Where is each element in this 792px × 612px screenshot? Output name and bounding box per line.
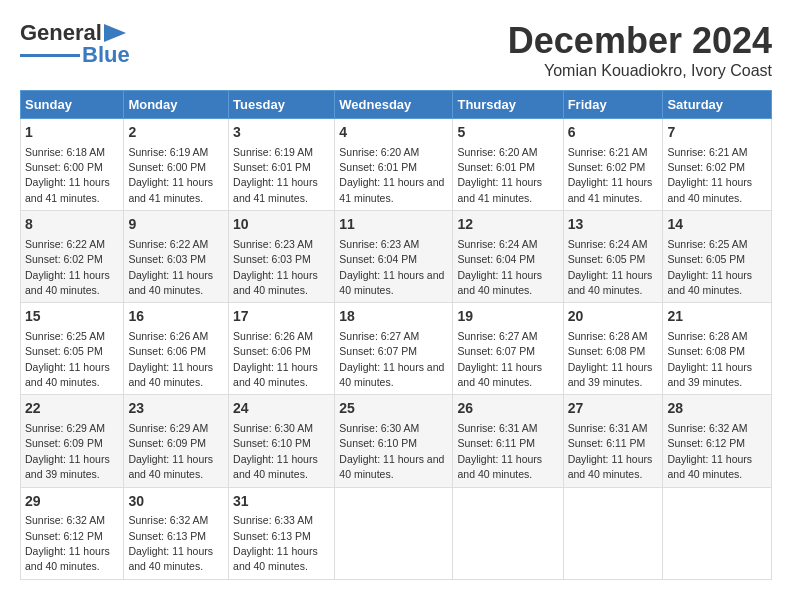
sunset-text: Sunset: 6:09 PM	[25, 437, 103, 449]
day-number: 19	[457, 307, 558, 327]
daylight-text: Daylight: 11 hours and 39 minutes.	[568, 361, 653, 388]
sunset-text: Sunset: 6:05 PM	[568, 253, 646, 265]
calendar-cell: 25Sunrise: 6:30 AMSunset: 6:10 PMDayligh…	[335, 395, 453, 487]
sunrise-text: Sunrise: 6:31 AM	[568, 422, 648, 434]
calendar-cell: 12Sunrise: 6:24 AMSunset: 6:04 PMDayligh…	[453, 211, 563, 303]
sunset-text: Sunset: 6:00 PM	[128, 161, 206, 173]
day-number: 31	[233, 492, 330, 512]
day-number: 9	[128, 215, 224, 235]
sunrise-text: Sunrise: 6:27 AM	[339, 330, 419, 342]
sunset-text: Sunset: 6:04 PM	[457, 253, 535, 265]
sunset-text: Sunset: 6:07 PM	[457, 345, 535, 357]
sunset-text: Sunset: 6:12 PM	[25, 530, 103, 542]
sunset-text: Sunset: 6:12 PM	[667, 437, 745, 449]
calendar-cell: 21Sunrise: 6:28 AMSunset: 6:08 PMDayligh…	[663, 303, 772, 395]
calendar-cell: 19Sunrise: 6:27 AMSunset: 6:07 PMDayligh…	[453, 303, 563, 395]
calendar-cell: 30Sunrise: 6:32 AMSunset: 6:13 PMDayligh…	[124, 487, 229, 579]
sunset-text: Sunset: 6:06 PM	[233, 345, 311, 357]
day-number: 6	[568, 123, 659, 143]
calendar-cell: 5Sunrise: 6:20 AMSunset: 6:01 PMDaylight…	[453, 119, 563, 211]
day-number: 4	[339, 123, 448, 143]
sunset-text: Sunset: 6:03 PM	[233, 253, 311, 265]
day-number: 28	[667, 399, 767, 419]
sunrise-text: Sunrise: 6:32 AM	[667, 422, 747, 434]
calendar-week-row: 1Sunrise: 6:18 AMSunset: 6:00 PMDaylight…	[21, 119, 772, 211]
sunset-text: Sunset: 6:01 PM	[233, 161, 311, 173]
page-header: General Blue December 2024 Yomian Kouadi…	[20, 20, 772, 80]
sunrise-text: Sunrise: 6:26 AM	[233, 330, 313, 342]
sunrise-text: Sunrise: 6:32 AM	[25, 514, 105, 526]
day-number: 25	[339, 399, 448, 419]
day-number: 7	[667, 123, 767, 143]
calendar-cell: 6Sunrise: 6:21 AMSunset: 6:02 PMDaylight…	[563, 119, 663, 211]
sunrise-text: Sunrise: 6:30 AM	[233, 422, 313, 434]
sunrise-text: Sunrise: 6:20 AM	[339, 146, 419, 158]
daylight-text: Daylight: 11 hours and 40 minutes.	[339, 453, 444, 480]
sunrise-text: Sunrise: 6:28 AM	[667, 330, 747, 342]
calendar-cell: 22Sunrise: 6:29 AMSunset: 6:09 PMDayligh…	[21, 395, 124, 487]
sunset-text: Sunset: 6:00 PM	[25, 161, 103, 173]
daylight-text: Daylight: 11 hours and 40 minutes.	[568, 269, 653, 296]
sunset-text: Sunset: 6:10 PM	[339, 437, 417, 449]
calendar-title: December 2024	[508, 20, 772, 62]
daylight-text: Daylight: 11 hours and 40 minutes.	[128, 269, 213, 296]
sunset-text: Sunset: 6:02 PM	[667, 161, 745, 173]
sunrise-text: Sunrise: 6:24 AM	[568, 238, 648, 250]
daylight-text: Daylight: 11 hours and 40 minutes.	[339, 361, 444, 388]
calendar-cell: 20Sunrise: 6:28 AMSunset: 6:08 PMDayligh…	[563, 303, 663, 395]
daylight-text: Daylight: 11 hours and 40 minutes.	[233, 545, 318, 572]
calendar-cell: 23Sunrise: 6:29 AMSunset: 6:09 PMDayligh…	[124, 395, 229, 487]
sunset-text: Sunset: 6:05 PM	[25, 345, 103, 357]
daylight-text: Daylight: 11 hours and 40 minutes.	[457, 361, 542, 388]
title-block: December 2024 Yomian Kouadiokro, Ivory C…	[508, 20, 772, 80]
sunrise-text: Sunrise: 6:22 AM	[128, 238, 208, 250]
calendar-cell: 15Sunrise: 6:25 AMSunset: 6:05 PMDayligh…	[21, 303, 124, 395]
sunrise-text: Sunrise: 6:21 AM	[667, 146, 747, 158]
calendar-cell: 17Sunrise: 6:26 AMSunset: 6:06 PMDayligh…	[229, 303, 335, 395]
calendar-day-header: Wednesday	[335, 91, 453, 119]
daylight-text: Daylight: 11 hours and 40 minutes.	[667, 269, 752, 296]
calendar-day-header: Friday	[563, 91, 663, 119]
sunset-text: Sunset: 6:02 PM	[25, 253, 103, 265]
daylight-text: Daylight: 11 hours and 40 minutes.	[25, 545, 110, 572]
sunset-text: Sunset: 6:13 PM	[233, 530, 311, 542]
sunrise-text: Sunrise: 6:27 AM	[457, 330, 537, 342]
day-number: 10	[233, 215, 330, 235]
logo-arrow-icon	[104, 24, 126, 42]
sunrise-text: Sunrise: 6:26 AM	[128, 330, 208, 342]
calendar-day-header: Saturday	[663, 91, 772, 119]
calendar-cell	[453, 487, 563, 579]
day-number: 17	[233, 307, 330, 327]
sunrise-text: Sunrise: 6:24 AM	[457, 238, 537, 250]
calendar-cell: 7Sunrise: 6:21 AMSunset: 6:02 PMDaylight…	[663, 119, 772, 211]
daylight-text: Daylight: 11 hours and 40 minutes.	[667, 453, 752, 480]
sunset-text: Sunset: 6:10 PM	[233, 437, 311, 449]
day-number: 5	[457, 123, 558, 143]
sunset-text: Sunset: 6:13 PM	[128, 530, 206, 542]
day-number: 8	[25, 215, 119, 235]
svg-marker-0	[104, 24, 126, 42]
sunrise-text: Sunrise: 6:25 AM	[25, 330, 105, 342]
calendar-week-row: 29Sunrise: 6:32 AMSunset: 6:12 PMDayligh…	[21, 487, 772, 579]
calendar-cell: 8Sunrise: 6:22 AMSunset: 6:02 PMDaylight…	[21, 211, 124, 303]
day-number: 13	[568, 215, 659, 235]
day-number: 29	[25, 492, 119, 512]
daylight-text: Daylight: 11 hours and 40 minutes.	[457, 453, 542, 480]
sunrise-text: Sunrise: 6:19 AM	[233, 146, 313, 158]
calendar-week-row: 15Sunrise: 6:25 AMSunset: 6:05 PMDayligh…	[21, 303, 772, 395]
daylight-text: Daylight: 11 hours and 41 minutes.	[457, 176, 542, 203]
daylight-text: Daylight: 11 hours and 40 minutes.	[568, 453, 653, 480]
sunrise-text: Sunrise: 6:33 AM	[233, 514, 313, 526]
sunrise-text: Sunrise: 6:25 AM	[667, 238, 747, 250]
daylight-text: Daylight: 11 hours and 41 minutes.	[568, 176, 653, 203]
sunset-text: Sunset: 6:02 PM	[568, 161, 646, 173]
sunrise-text: Sunrise: 6:23 AM	[233, 238, 313, 250]
logo-blue: Blue	[82, 42, 130, 68]
sunrise-text: Sunrise: 6:31 AM	[457, 422, 537, 434]
logo: General Blue	[20, 20, 130, 68]
calendar-cell: 10Sunrise: 6:23 AMSunset: 6:03 PMDayligh…	[229, 211, 335, 303]
sunset-text: Sunset: 6:11 PM	[568, 437, 646, 449]
daylight-text: Daylight: 11 hours and 41 minutes.	[25, 176, 110, 203]
day-number: 18	[339, 307, 448, 327]
calendar-cell: 27Sunrise: 6:31 AMSunset: 6:11 PMDayligh…	[563, 395, 663, 487]
